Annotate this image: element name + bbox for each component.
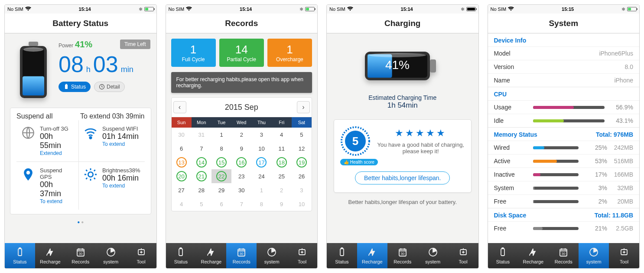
calendar-cell[interactable]: 7 — [192, 141, 211, 155]
calendar-cell[interactable]: 19 — [292, 155, 312, 169]
metric-pct: 17% — [583, 171, 607, 178]
tab-recharge[interactable]: Recharge — [357, 243, 387, 268]
calendar-cell[interactable]: 12 — [292, 141, 312, 155]
calendar-cell[interactable]: 8 — [211, 141, 231, 155]
calendar-cell[interactable]: 9 — [231, 141, 251, 155]
calendar-cell[interactable]: 29 — [211, 183, 231, 197]
tab-status[interactable]: Status — [327, 243, 357, 268]
tab-system[interactable]: system — [418, 243, 448, 268]
health-score-pill[interactable]: 👍 Health score — [340, 159, 378, 165]
svg-rect-12 — [19, 248, 21, 249]
tab-system[interactable]: system — [579, 243, 609, 268]
calendar-cell[interactable]: 25 — [272, 169, 292, 183]
tab-status[interactable]: Status — [488, 243, 518, 268]
stat-tile[interactable]: 14Partial Cycle — [219, 39, 264, 67]
metric-bar — [533, 119, 605, 122]
next-month-button[interactable]: › — [297, 101, 310, 113]
tab-records[interactable]: 30Records — [65, 243, 96, 268]
option-link[interactable]: To extend — [40, 198, 74, 204]
status-icon — [175, 247, 186, 258]
tab-status[interactable]: Status — [166, 243, 196, 268]
option-link[interactable]: To extend — [102, 141, 139, 147]
calendar-cell[interactable]: 20 — [172, 169, 192, 183]
calendar-cell[interactable]: 9 — [272, 197, 292, 211]
calendar-cell[interactable]: 28 — [192, 183, 211, 197]
calendar-cell[interactable]: 16 — [231, 155, 251, 169]
tab-tool[interactable]: Tool — [448, 243, 478, 268]
calendar-cell[interactable]: 27 — [172, 183, 192, 197]
calendar-cell[interactable]: 15 — [211, 155, 231, 169]
prev-month-button[interactable]: ‹ — [173, 101, 186, 113]
calendar-cell[interactable]: 30 — [231, 183, 251, 197]
suspend-option[interactable]: Brightness38%00h 16minTo extend — [78, 162, 144, 210]
tab-status[interactable]: Status — [5, 243, 35, 268]
better-habits-button[interactable]: Better habits,longer lifespan. — [355, 171, 450, 184]
calendar-cell[interactable]: 17 — [251, 155, 271, 169]
calendar-cell[interactable]: 8 — [251, 197, 271, 211]
screenshot-charging: No SIM15:14✱Charging 41% Estimated Charg… — [326, 4, 479, 269]
calendar-cell[interactable]: 1 — [251, 183, 271, 197]
suspend-option[interactable]: Suspend GPS00h 37minTo extend — [16, 162, 78, 210]
option-link[interactable]: Extended — [40, 150, 74, 156]
suspend-option[interactable]: Turn-off 3G00h 55minExtended — [16, 120, 78, 162]
calendar-cell[interactable]: 30 — [172, 128, 192, 141]
system-info[interactable]: Device InfoModeliPhone6PlusVersion8.0Nam… — [488, 33, 640, 243]
calendar-cell[interactable]: 23 — [231, 169, 251, 183]
calendar-cell[interactable]: 2 — [231, 128, 251, 141]
svg-point-10 — [88, 172, 93, 177]
calendar-cell[interactable]: 26 — [292, 169, 312, 183]
metric-bar — [533, 227, 579, 230]
stat-tile[interactable]: 1Overcharge — [267, 39, 312, 67]
calendar-cell[interactable]: 11 — [272, 141, 292, 155]
tab-recharge[interactable]: Recharge — [196, 243, 226, 268]
calendar-cell[interactable]: 3 — [251, 128, 271, 141]
calendar-cell[interactable]: 6 — [211, 197, 231, 211]
tab-recharge[interactable]: Recharge — [35, 243, 65, 268]
calendar-cell[interactable]: 14 — [192, 155, 211, 169]
calendar-cell[interactable]: 4 — [272, 128, 292, 141]
calendar-cell[interactable]: 3 — [292, 183, 312, 197]
tab-records[interactable]: 30Records — [226, 243, 257, 268]
footer-tip: Better habits,longer lifespan of your ba… — [327, 199, 478, 205]
svg-rect-0 — [29, 42, 38, 46]
calendar-cell[interactable]: 2 — [272, 183, 292, 197]
detail-mode-button[interactable]: Detail — [94, 82, 125, 92]
calendar-cell[interactable]: 5 — [292, 128, 312, 141]
calendar-cell[interactable]: 6 — [172, 141, 192, 155]
tab-label: Records — [233, 259, 250, 264]
calendar-cell[interactable]: 21 — [192, 169, 211, 183]
calendar-cell[interactable]: 24 — [251, 169, 271, 183]
suspend-all-label[interactable]: Suspend all — [16, 112, 53, 120]
calendar-cell[interactable]: 7 — [231, 197, 251, 211]
svg-text:41%: 41% — [385, 58, 410, 72]
calendar-cell[interactable]: 5 — [192, 197, 211, 211]
option-link[interactable]: To extend — [102, 183, 140, 189]
tab-tool[interactable]: Tool — [287, 243, 317, 268]
globe-icon — [21, 125, 36, 140]
recharge-icon — [527, 247, 539, 258]
suspend-option[interactable]: Suspend WIFI01h 14minTo extend — [78, 120, 144, 162]
stat-tile[interactable]: 1Full Cycle — [171, 39, 216, 67]
calendar-cell[interactable]: 18 — [272, 155, 292, 169]
calendar-cell[interactable]: 1 — [211, 128, 231, 141]
calendar-cell[interactable]: 10 — [251, 141, 271, 155]
calendar-cell[interactable]: 22 — [211, 169, 231, 183]
tab-label: Recharge — [362, 259, 383, 264]
tab-records[interactable]: 30Records — [387, 243, 418, 268]
calendar-cell[interactable]: 4 — [172, 197, 192, 211]
status-mode-button[interactable]: Status — [59, 82, 91, 92]
metric-label: Free — [494, 225, 529, 232]
metric-pct: 53% — [583, 158, 607, 164]
calendar-cell[interactable]: 10 — [292, 197, 312, 211]
screenshot-status: No SIM15:14✱Battery StatusTime Left Powe… — [4, 4, 157, 269]
tab-recharge[interactable]: Recharge — [518, 243, 548, 268]
tab-system[interactable]: system — [257, 243, 287, 268]
calendar-cell[interactable]: 13 — [172, 155, 192, 169]
calendar-cell[interactable]: 31 — [192, 128, 211, 141]
tab-tool[interactable]: Tool — [126, 243, 156, 268]
option-label: Suspend GPS — [40, 167, 74, 180]
tab-tool[interactable]: Tool — [609, 243, 639, 268]
tab-records[interactable]: 30Records — [548, 243, 579, 268]
tab-system[interactable]: system — [96, 243, 126, 268]
metric-label: Usage — [494, 104, 529, 111]
